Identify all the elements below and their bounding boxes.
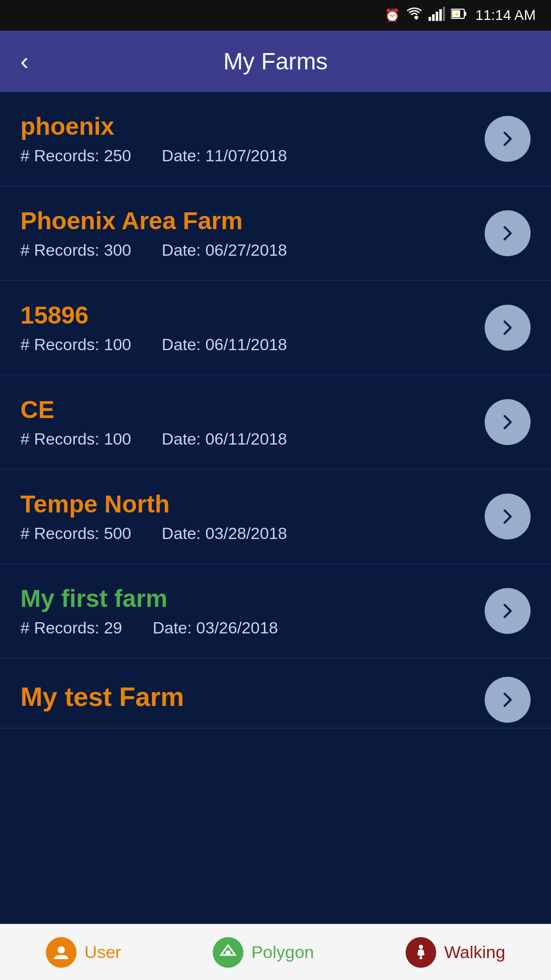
farm-info: Tempe North# Records: 500Date: 03/28/201… xyxy=(20,490,485,543)
nav-user-label: User xyxy=(85,942,121,962)
user-nav-icon xyxy=(46,937,77,968)
farm-meta: # Records: 29Date: 03/26/2018 xyxy=(20,619,485,638)
farm-info: phoenix# Records: 250Date: 11/07/2018 xyxy=(20,112,485,165)
farm-list-item[interactable]: Tempe North# Records: 500Date: 03/28/201… xyxy=(0,470,551,564)
farm-date: Date: 03/26/2018 xyxy=(153,619,278,638)
bottom-nav: User Polygon Walking xyxy=(0,924,551,980)
farm-records: # Records: 100 xyxy=(20,335,131,354)
farm-date: Date: 06/11/2018 xyxy=(162,430,287,449)
farm-list-item[interactable]: phoenix# Records: 250Date: 11/07/2018 xyxy=(0,92,551,186)
farm-name: phoenix xyxy=(20,112,485,140)
farm-chevron-button[interactable] xyxy=(485,210,531,256)
farm-meta: # Records: 500Date: 03/28/2018 xyxy=(20,524,485,543)
nav-polygon[interactable]: Polygon xyxy=(213,937,314,968)
farm-info: Phoenix Area Farm# Records: 300Date: 06/… xyxy=(20,207,485,260)
farm-name: CE xyxy=(20,396,485,424)
status-time: 11:14 AM xyxy=(475,7,536,23)
nav-walking-label: Walking xyxy=(444,942,506,962)
nav-polygon-label: Polygon xyxy=(252,942,314,962)
farm-chevron-button[interactable] xyxy=(485,116,531,162)
svg-rect-3 xyxy=(439,9,442,21)
nav-user[interactable]: User xyxy=(46,937,121,968)
app-header: ‹ My Farms xyxy=(0,31,551,92)
farm-date: Date: 03/28/2018 xyxy=(162,524,287,543)
farm-name: Tempe North xyxy=(20,490,485,518)
svg-point-9 xyxy=(58,946,65,953)
polygon-nav-icon xyxy=(213,937,243,968)
farm-info: My test Farm xyxy=(20,681,485,718)
farm-records: # Records: 29 xyxy=(20,619,122,638)
farm-name: 15896 xyxy=(20,301,485,329)
nav-walking[interactable]: Walking xyxy=(406,937,506,968)
farm-meta: # Records: 100Date: 06/11/2018 xyxy=(20,335,485,354)
status-bar: ⏰ ⚡ xyxy=(0,0,551,31)
farm-info: 15896# Records: 100Date: 06/11/2018 xyxy=(20,301,485,354)
farm-meta: # Records: 300Date: 06/27/2018 xyxy=(20,241,485,260)
farm-meta: # Records: 250Date: 11/07/2018 xyxy=(20,146,485,165)
wifi-icon xyxy=(406,7,422,24)
farm-list-item[interactable]: My test Farm xyxy=(0,658,551,728)
farm-list-item[interactable]: My first farm# Records: 29Date: 03/26/20… xyxy=(0,564,551,658)
farm-list-item[interactable]: 15896# Records: 100Date: 06/11/2018 xyxy=(0,281,551,375)
farm-name: My first farm xyxy=(20,584,485,612)
farm-date: Date: 06/27/2018 xyxy=(162,241,287,260)
svg-point-11 xyxy=(226,950,231,955)
svg-rect-4 xyxy=(443,7,445,21)
farm-list-item[interactable]: CE# Records: 100Date: 06/11/2018 xyxy=(0,375,551,470)
svg-text:⚡: ⚡ xyxy=(454,11,460,17)
svg-rect-1 xyxy=(432,14,435,21)
farm-info: My first farm# Records: 29Date: 03/26/20… xyxy=(20,584,485,638)
farm-chevron-button[interactable] xyxy=(485,399,531,445)
walking-nav-icon xyxy=(406,937,436,968)
page-title: My Farms xyxy=(223,47,328,75)
back-button[interactable]: ‹ xyxy=(20,49,29,74)
farm-meta: # Records: 100Date: 06/11/2018 xyxy=(20,430,485,449)
farm-name: My test Farm xyxy=(20,681,485,712)
farm-records: # Records: 250 xyxy=(20,146,131,165)
farm-records: # Records: 100 xyxy=(20,430,131,449)
svg-point-12 xyxy=(419,945,423,949)
farm-info: CE# Records: 100Date: 06/11/2018 xyxy=(20,396,485,449)
status-icons: ⏰ ⚡ xyxy=(385,7,466,24)
farm-chevron-button[interactable] xyxy=(485,677,531,723)
battery-icon: ⚡ xyxy=(451,8,466,23)
farm-list: phoenix# Records: 250Date: 11/07/2018 Ph… xyxy=(0,92,551,728)
svg-rect-6 xyxy=(464,12,466,16)
farm-records: # Records: 500 xyxy=(20,524,131,543)
svg-rect-2 xyxy=(436,12,438,21)
alarm-icon: ⏰ xyxy=(385,8,400,22)
farm-list-item[interactable]: Phoenix Area Farm# Records: 300Date: 06/… xyxy=(0,186,551,281)
farm-name: Phoenix Area Farm xyxy=(20,207,485,235)
farm-records: # Records: 300 xyxy=(20,241,131,260)
farm-date: Date: 06/11/2018 xyxy=(162,335,287,354)
svg-rect-0 xyxy=(429,17,431,21)
farm-date: Date: 11/07/2018 xyxy=(162,146,287,165)
farm-chevron-button[interactable] xyxy=(485,305,531,351)
farm-chevron-button[interactable] xyxy=(485,588,531,634)
signal-icon xyxy=(429,7,445,24)
farm-chevron-button[interactable] xyxy=(485,494,531,540)
